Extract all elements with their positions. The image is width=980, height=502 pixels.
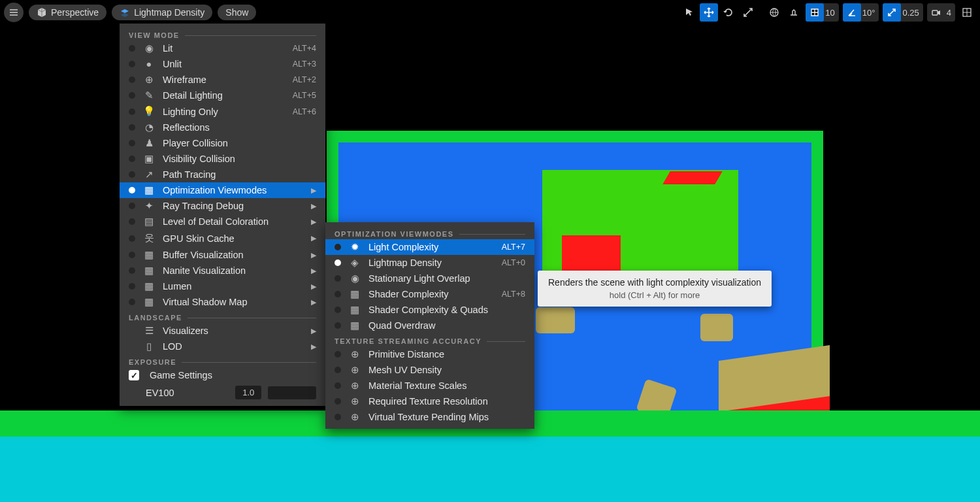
ev100-label: EV100 bbox=[146, 388, 174, 398]
tooltip-title: Renders the scene with light complexity … bbox=[548, 277, 761, 288]
chevron-right-icon: ▶ bbox=[311, 202, 316, 210]
ev100-slider[interactable] bbox=[268, 386, 316, 399]
scene-geometry bbox=[662, 171, 723, 184]
perspective-button[interactable]: Perspective bbox=[29, 5, 106, 20]
menu-item-buffer-visualization[interactable]: ▦Buffer Visualization▶ bbox=[120, 247, 325, 263]
rotate-icon bbox=[723, 7, 734, 18]
layers-icon: ◈ bbox=[349, 258, 361, 268]
optimization-viewmodes-submenu: OPTIMIZATION VIEWMODES ✹Light Complexity… bbox=[325, 222, 534, 429]
submenu-item-material-texture-scales[interactable]: ⊕Material Texture Scales bbox=[325, 378, 534, 393]
toolbar-right: 10 10° 0.25 4 bbox=[680, 3, 976, 22]
spotlight-icon: ✹ bbox=[349, 242, 361, 252]
chevron-right-icon: ▶ bbox=[311, 327, 316, 335]
rotate-tool-button[interactable] bbox=[719, 3, 738, 22]
show-label: Show bbox=[225, 7, 248, 18]
chevron-right-icon: ▶ bbox=[311, 251, 316, 259]
chevron-right-icon: ▶ bbox=[311, 234, 316, 243]
globe-icon bbox=[769, 7, 779, 18]
cursor-icon bbox=[684, 7, 694, 18]
show-button[interactable]: Show bbox=[218, 5, 256, 20]
menu-item-detail-lighting[interactable]: ✎Detail LightingALT+5 bbox=[120, 88, 325, 103]
submenu-item-required-texture-resolution[interactable]: ⊕Required Texture Resolution bbox=[325, 393, 534, 409]
menu-item-unlit[interactable]: ●UnlitALT+3 bbox=[120, 56, 325, 72]
submenu-item-mesh-uv-density[interactable]: ⊕Mesh UV Density bbox=[325, 362, 534, 378]
camera-speed-value[interactable]: 4 bbox=[945, 8, 955, 18]
viewport-layout-button[interactable] bbox=[958, 3, 976, 22]
menu-item-gpu-skin-cache[interactable]: 웃GPU Skin Cache▶ bbox=[120, 229, 325, 247]
chevron-right-icon: ▶ bbox=[311, 298, 316, 307]
ray-icon: ✦ bbox=[143, 201, 155, 211]
menu-item-game-settings[interactable]: ✓Game Settings bbox=[120, 367, 325, 383]
menu-item-virtual-shadow-map[interactable]: ▦Virtual Shadow Map▶ bbox=[120, 294, 325, 310]
menu-item-reflections[interactable]: ◔Reflections bbox=[120, 120, 325, 135]
hamburger-button[interactable] bbox=[4, 3, 24, 22]
cube-icon bbox=[37, 7, 47, 18]
grid-icon bbox=[809, 7, 820, 18]
menu-item-visualizers[interactable]: ☰Visualizers▶ bbox=[120, 323, 325, 339]
chevron-right-icon: ▶ bbox=[311, 218, 316, 226]
menu-icon bbox=[8, 7, 19, 18]
scale-icon bbox=[743, 7, 753, 18]
menu-item-path-tracing[interactable]: ↗Path Tracing bbox=[120, 167, 325, 182]
viewmode-menu: VIEW MODE ◉LitALT+4 ●UnlitALT+3 ⊕Wirefra… bbox=[120, 24, 325, 406]
camera-speed-button[interactable] bbox=[927, 3, 945, 22]
translate-tool-button[interactable] bbox=[700, 3, 718, 22]
scene-geometry bbox=[700, 314, 733, 341]
chevron-right-icon: ▶ bbox=[311, 186, 316, 195]
snap-icon bbox=[789, 7, 799, 18]
skin-icon: 웃 bbox=[143, 232, 155, 244]
submenu-item-quad-overdraw[interactable]: ▦Quad Overdraw bbox=[325, 318, 534, 333]
tooltip-sub: hold (Ctrl + Alt) for more bbox=[548, 290, 761, 300]
grid-snap-button[interactable] bbox=[806, 3, 824, 22]
menu-item-lod[interactable]: ▯LOD▶ bbox=[120, 339, 325, 354]
ev100-input[interactable] bbox=[235, 386, 261, 399]
menu-item-lighting-only[interactable]: 💡Lighting OnlyALT+6 bbox=[120, 103, 325, 120]
submenu-item-shader-complexity-quads[interactable]: ▦Shader Complexity & Quads bbox=[325, 302, 534, 318]
scale-snap-value[interactable]: 0.25 bbox=[901, 8, 923, 18]
section-landscape: LANDSCAPE bbox=[120, 310, 325, 323]
viewmode-button[interactable]: Lightmap Density bbox=[112, 5, 212, 20]
submenu-item-stationary-light-overlap[interactable]: ◉Stationary Light Overlap bbox=[325, 271, 534, 286]
select-tool-button[interactable] bbox=[680, 3, 698, 22]
overlap-icon: ◉ bbox=[349, 273, 361, 284]
menu-item-player-collision[interactable]: ♟Player Collision bbox=[120, 135, 325, 151]
menu-item-nanite-visualization[interactable]: ▦Nanite Visualization▶ bbox=[120, 263, 325, 278]
target-icon: ⊕ bbox=[349, 380, 361, 391]
angle-icon bbox=[847, 7, 857, 18]
angle-snap-button[interactable] bbox=[843, 3, 861, 22]
target-icon: ⊕ bbox=[349, 412, 361, 422]
menu-item-ray-tracing-debug[interactable]: ✦Ray Tracing Debug▶ bbox=[120, 198, 325, 214]
svg-rect-1 bbox=[932, 10, 938, 15]
menu-item-wireframe[interactable]: ⊕WireframeALT+2 bbox=[120, 72, 325, 88]
shader-quads-icon: ▦ bbox=[349, 305, 361, 315]
submenu-item-lightmap-density[interactable]: ◈Lightmap DensityALT+0 bbox=[325, 255, 534, 271]
submenu-item-primitive-distance[interactable]: ⊕Primitive Distance bbox=[325, 346, 534, 362]
scale-tool-button[interactable] bbox=[739, 3, 757, 22]
lumen-icon: ▦ bbox=[143, 281, 155, 292]
wireframe-icon: ⊕ bbox=[143, 75, 155, 85]
menu-item-lod-coloration[interactable]: ▤Level of Detail Coloration▶ bbox=[120, 214, 325, 229]
angle-snap-value[interactable]: 10° bbox=[861, 8, 879, 18]
buffer-icon: ▦ bbox=[143, 250, 155, 260]
move-icon bbox=[704, 7, 714, 18]
menu-item-visibility-collision[interactable]: ▣Visibility Collision bbox=[120, 151, 325, 167]
surface-snap-button[interactable] bbox=[785, 3, 803, 22]
path-icon: ↗ bbox=[143, 169, 155, 180]
menu-item-lumen[interactable]: ▦Lumen▶ bbox=[120, 278, 325, 294]
target-icon: ⊕ bbox=[349, 396, 361, 407]
scale-snap-button[interactable] bbox=[883, 3, 901, 22]
submenu-item-light-complexity[interactable]: ✹Light ComplexityALT+7 bbox=[325, 239, 534, 255]
coord-space-button[interactable] bbox=[765, 3, 783, 22]
scene-geometry bbox=[536, 307, 575, 333]
grid-icon: ▦ bbox=[143, 185, 155, 195]
vsm-icon: ▦ bbox=[143, 297, 155, 307]
menu-item-optimization-viewmodes[interactable]: ▦Optimization Viewmodes▶ bbox=[120, 182, 325, 198]
grid-snap-value[interactable]: 10 bbox=[824, 8, 838, 18]
target-icon: ⊕ bbox=[349, 365, 361, 375]
clock-icon: ◔ bbox=[143, 122, 155, 133]
viewport-toolbar: Perspective Lightmap Density Show 10 10°… bbox=[0, 3, 980, 22]
shader-icon: ▦ bbox=[349, 289, 361, 299]
submenu-item-shader-complexity[interactable]: ▦Shader ComplexityALT+8 bbox=[325, 286, 534, 302]
submenu-item-virtual-texture-pending-mips[interactable]: ⊕Virtual Texture Pending Mips bbox=[325, 409, 534, 425]
menu-item-lit[interactable]: ◉LitALT+4 bbox=[120, 41, 325, 56]
